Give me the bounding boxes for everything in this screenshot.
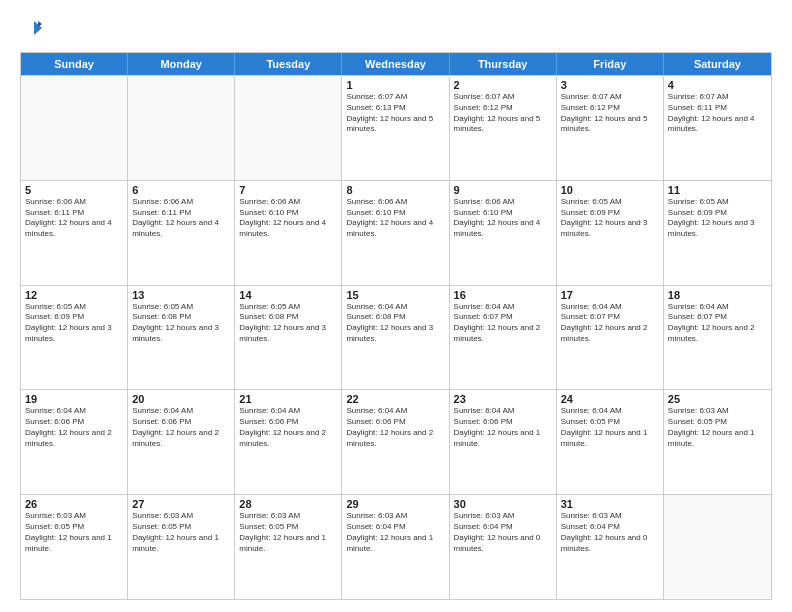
empty-cell: [235, 76, 342, 180]
cell-info: Sunrise: 6:03 AM Sunset: 6:04 PM Dayligh…: [346, 511, 444, 554]
day-cell-2: 2Sunrise: 6:07 AM Sunset: 6:12 PM Daylig…: [450, 76, 557, 180]
cell-info: Sunrise: 6:07 AM Sunset: 6:12 PM Dayligh…: [561, 92, 659, 135]
day-number: 24: [561, 393, 659, 405]
day-cell-24: 24Sunrise: 6:04 AM Sunset: 6:05 PM Dayli…: [557, 390, 664, 494]
day-number: 25: [668, 393, 767, 405]
calendar-body: 1Sunrise: 6:07 AM Sunset: 6:13 PM Daylig…: [21, 75, 771, 599]
day-cell-10: 10Sunrise: 6:05 AM Sunset: 6:09 PM Dayli…: [557, 181, 664, 285]
day-cell-17: 17Sunrise: 6:04 AM Sunset: 6:07 PM Dayli…: [557, 286, 664, 390]
day-cell-20: 20Sunrise: 6:04 AM Sunset: 6:06 PM Dayli…: [128, 390, 235, 494]
cell-info: Sunrise: 6:04 AM Sunset: 6:06 PM Dayligh…: [239, 406, 337, 449]
day-cell-15: 15Sunrise: 6:04 AM Sunset: 6:08 PM Dayli…: [342, 286, 449, 390]
day-number: 11: [668, 184, 767, 196]
cell-info: Sunrise: 6:07 AM Sunset: 6:13 PM Dayligh…: [346, 92, 444, 135]
cell-info: Sunrise: 6:05 AM Sunset: 6:09 PM Dayligh…: [561, 197, 659, 240]
day-cell-18: 18Sunrise: 6:04 AM Sunset: 6:07 PM Dayli…: [664, 286, 771, 390]
header: [20, 18, 772, 42]
week-row-2: 5Sunrise: 6:06 AM Sunset: 6:11 PM Daylig…: [21, 180, 771, 285]
week-row-1: 1Sunrise: 6:07 AM Sunset: 6:13 PM Daylig…: [21, 75, 771, 180]
header-cell-monday: Monday: [128, 53, 235, 75]
page: SundayMondayTuesdayWednesdayThursdayFrid…: [0, 0, 792, 612]
cell-info: Sunrise: 6:04 AM Sunset: 6:07 PM Dayligh…: [454, 302, 552, 345]
day-number: 6: [132, 184, 230, 196]
day-cell-8: 8Sunrise: 6:06 AM Sunset: 6:10 PM Daylig…: [342, 181, 449, 285]
cell-info: Sunrise: 6:04 AM Sunset: 6:08 PM Dayligh…: [346, 302, 444, 345]
day-cell-31: 31Sunrise: 6:03 AM Sunset: 6:04 PM Dayli…: [557, 495, 664, 599]
cell-info: Sunrise: 6:04 AM Sunset: 6:06 PM Dayligh…: [132, 406, 230, 449]
calendar: SundayMondayTuesdayWednesdayThursdayFrid…: [20, 52, 772, 600]
cell-info: Sunrise: 6:05 AM Sunset: 6:08 PM Dayligh…: [239, 302, 337, 345]
day-number: 12: [25, 289, 123, 301]
cell-info: Sunrise: 6:06 AM Sunset: 6:10 PM Dayligh…: [454, 197, 552, 240]
cell-info: Sunrise: 6:06 AM Sunset: 6:11 PM Dayligh…: [25, 197, 123, 240]
cell-info: Sunrise: 6:05 AM Sunset: 6:08 PM Dayligh…: [132, 302, 230, 345]
day-cell-14: 14Sunrise: 6:05 AM Sunset: 6:08 PM Dayli…: [235, 286, 342, 390]
day-cell-23: 23Sunrise: 6:04 AM Sunset: 6:06 PM Dayli…: [450, 390, 557, 494]
day-number: 23: [454, 393, 552, 405]
day-cell-4: 4Sunrise: 6:07 AM Sunset: 6:11 PM Daylig…: [664, 76, 771, 180]
day-number: 26: [25, 498, 123, 510]
cell-info: Sunrise: 6:03 AM Sunset: 6:05 PM Dayligh…: [25, 511, 123, 554]
day-number: 18: [668, 289, 767, 301]
day-cell-26: 26Sunrise: 6:03 AM Sunset: 6:05 PM Dayli…: [21, 495, 128, 599]
day-number: 15: [346, 289, 444, 301]
day-cell-16: 16Sunrise: 6:04 AM Sunset: 6:07 PM Dayli…: [450, 286, 557, 390]
day-number: 29: [346, 498, 444, 510]
day-number: 19: [25, 393, 123, 405]
cell-info: Sunrise: 6:04 AM Sunset: 6:07 PM Dayligh…: [668, 302, 767, 345]
day-cell-3: 3Sunrise: 6:07 AM Sunset: 6:12 PM Daylig…: [557, 76, 664, 180]
week-row-3: 12Sunrise: 6:05 AM Sunset: 6:09 PM Dayli…: [21, 285, 771, 390]
cell-info: Sunrise: 6:03 AM Sunset: 6:05 PM Dayligh…: [132, 511, 230, 554]
day-cell-22: 22Sunrise: 6:04 AM Sunset: 6:06 PM Dayli…: [342, 390, 449, 494]
day-number: 5: [25, 184, 123, 196]
day-number: 31: [561, 498, 659, 510]
week-row-5: 26Sunrise: 6:03 AM Sunset: 6:05 PM Dayli…: [21, 494, 771, 599]
logo: [20, 18, 48, 42]
cell-info: Sunrise: 6:05 AM Sunset: 6:09 PM Dayligh…: [25, 302, 123, 345]
day-number: 20: [132, 393, 230, 405]
day-number: 7: [239, 184, 337, 196]
day-cell-13: 13Sunrise: 6:05 AM Sunset: 6:08 PM Dayli…: [128, 286, 235, 390]
day-number: 9: [454, 184, 552, 196]
cell-info: Sunrise: 6:04 AM Sunset: 6:06 PM Dayligh…: [25, 406, 123, 449]
day-number: 21: [239, 393, 337, 405]
empty-cell: [664, 495, 771, 599]
cell-info: Sunrise: 6:04 AM Sunset: 6:06 PM Dayligh…: [346, 406, 444, 449]
cell-info: Sunrise: 6:06 AM Sunset: 6:10 PM Dayligh…: [346, 197, 444, 240]
day-cell-29: 29Sunrise: 6:03 AM Sunset: 6:04 PM Dayli…: [342, 495, 449, 599]
day-number: 16: [454, 289, 552, 301]
day-number: 30: [454, 498, 552, 510]
cell-info: Sunrise: 6:03 AM Sunset: 6:05 PM Dayligh…: [668, 406, 767, 449]
day-cell-27: 27Sunrise: 6:03 AM Sunset: 6:05 PM Dayli…: [128, 495, 235, 599]
cell-info: Sunrise: 6:07 AM Sunset: 6:11 PM Dayligh…: [668, 92, 767, 135]
cell-info: Sunrise: 6:04 AM Sunset: 6:05 PM Dayligh…: [561, 406, 659, 449]
header-cell-thursday: Thursday: [450, 53, 557, 75]
cell-info: Sunrise: 6:03 AM Sunset: 6:04 PM Dayligh…: [561, 511, 659, 554]
day-cell-11: 11Sunrise: 6:05 AM Sunset: 6:09 PM Dayli…: [664, 181, 771, 285]
day-number: 28: [239, 498, 337, 510]
day-cell-25: 25Sunrise: 6:03 AM Sunset: 6:05 PM Dayli…: [664, 390, 771, 494]
day-number: 22: [346, 393, 444, 405]
day-number: 13: [132, 289, 230, 301]
day-cell-12: 12Sunrise: 6:05 AM Sunset: 6:09 PM Dayli…: [21, 286, 128, 390]
cell-info: Sunrise: 6:07 AM Sunset: 6:12 PM Dayligh…: [454, 92, 552, 135]
day-cell-7: 7Sunrise: 6:06 AM Sunset: 6:10 PM Daylig…: [235, 181, 342, 285]
cell-info: Sunrise: 6:06 AM Sunset: 6:10 PM Dayligh…: [239, 197, 337, 240]
day-cell-21: 21Sunrise: 6:04 AM Sunset: 6:06 PM Dayli…: [235, 390, 342, 494]
header-cell-saturday: Saturday: [664, 53, 771, 75]
day-cell-1: 1Sunrise: 6:07 AM Sunset: 6:13 PM Daylig…: [342, 76, 449, 180]
day-cell-30: 30Sunrise: 6:03 AM Sunset: 6:04 PM Dayli…: [450, 495, 557, 599]
day-number: 27: [132, 498, 230, 510]
cell-info: Sunrise: 6:03 AM Sunset: 6:05 PM Dayligh…: [239, 511, 337, 554]
empty-cell: [21, 76, 128, 180]
header-cell-sunday: Sunday: [21, 53, 128, 75]
empty-cell: [128, 76, 235, 180]
header-cell-friday: Friday: [557, 53, 664, 75]
day-number: 10: [561, 184, 659, 196]
cell-info: Sunrise: 6:04 AM Sunset: 6:07 PM Dayligh…: [561, 302, 659, 345]
day-number: 17: [561, 289, 659, 301]
day-cell-9: 9Sunrise: 6:06 AM Sunset: 6:10 PM Daylig…: [450, 181, 557, 285]
calendar-header: SundayMondayTuesdayWednesdayThursdayFrid…: [21, 53, 771, 75]
header-cell-tuesday: Tuesday: [235, 53, 342, 75]
cell-info: Sunrise: 6:05 AM Sunset: 6:09 PM Dayligh…: [668, 197, 767, 240]
